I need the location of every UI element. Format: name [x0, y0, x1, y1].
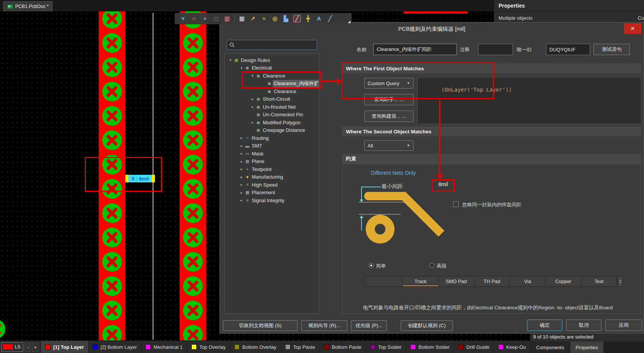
select-region-icon[interactable]: □ [212, 15, 220, 22]
tree-item-un-connected-pin[interactable]: ◉Un-Connected Pin [225, 111, 319, 119]
min-clearance-label: 最小间距 [382, 183, 403, 190]
ok-button[interactable]: 确定 [527, 320, 562, 331]
tree-expand-icon[interactable]: ▸ [250, 120, 255, 124]
toolbar-expand-indicator[interactable] [348, 21, 350, 23]
matrix-column-th-pad[interactable]: TH Pad [474, 277, 510, 286]
properties-panel-title: Properties [499, 3, 525, 9]
multi-route-icon[interactable]: ╋ [304, 15, 312, 22]
layer-set-selector[interactable]: LS [1, 342, 23, 352]
rule-search-input[interactable] [237, 42, 314, 48]
rule-wizard-button[interactable]: 规则向导 (R)... [301, 320, 347, 331]
place-track-icon[interactable]: ╱ [293, 15, 301, 22]
query-builder-button[interactable]: 查询构建器... ... [364, 111, 414, 122]
tree-item-smt[interactable]: ▸▬SMT [225, 142, 319, 150]
tree-expand-icon[interactable]: ▸ [239, 144, 244, 148]
tree-expand-icon[interactable]: ▸ [239, 183, 244, 187]
tree-collapse-icon[interactable]: ▾ [239, 66, 244, 70]
cancel-button[interactable]: 取消 [566, 320, 601, 331]
layer-set-label: LS [15, 344, 21, 350]
layer-tab-keep-ou[interactable]: Keep-Ou [494, 341, 530, 353]
pcb-pad-violation-marker [102, 228, 122, 247]
second-match-scope-dropdown[interactable]: All ▼ [364, 140, 414, 151]
divider [494, 11, 644, 12]
place-text-icon[interactable]: A [315, 15, 323, 22]
test-query-button[interactable]: 测试语句 [593, 44, 630, 55]
tree-item-high-speed[interactable]: ▸=High Speed [225, 181, 319, 189]
close-icon[interactable]: ✕ [624, 23, 641, 34]
tree-expand-icon[interactable]: ▸ [239, 152, 244, 155]
layer-tab-mechanical-1[interactable]: Mechanical 1 [141, 341, 187, 353]
tree-expand-icon[interactable]: ▸ [239, 160, 244, 163]
layer-tab-label: Top Solder [378, 344, 402, 350]
tree-item-plane[interactable]: ▸▦Plane [225, 158, 319, 166]
unique-id-input[interactable] [546, 44, 590, 55]
tree-item-testpoint[interactable]: ▸+Testpoint [225, 165, 319, 173]
tree-expand-icon[interactable]: ▸ [239, 167, 244, 171]
tree-item-short-circuit[interactable]: ▸◉Short-Circuit [225, 95, 319, 103]
layer-tab-drill-guide[interactable]: Drill Guide [454, 341, 494, 353]
create-default-rules-button[interactable]: 创建默认规则 (C) [401, 320, 453, 331]
tab-components[interactable]: Components [531, 342, 570, 353]
pcb-pad-violation-marker [0, 319, 5, 339]
tree-item-signal-integrity[interactable]: ▸≡Signal Integrity [225, 196, 319, 204]
tree-expand-icon[interactable]: ▸ [239, 136, 244, 140]
tune-length-icon[interactable]: ≈ [260, 15, 268, 22]
layer-scroll-right-icon[interactable]: ▸ [32, 342, 39, 352]
apply-button[interactable]: 应用 [605, 320, 642, 331]
matrix-scroll-spinner[interactable]: ▲▼ [617, 276, 623, 287]
layer-tab-2-bottom-layer[interactable]: [2] Bottom Layer [88, 341, 141, 353]
snap-crosshair-icon[interactable]: + [201, 15, 209, 22]
different-nets-link[interactable]: Different Nets Only [371, 170, 416, 176]
rule-comment-input[interactable] [478, 44, 513, 55]
mask-icon: ▭ [244, 151, 251, 156]
layer-scroll-left-icon[interactable]: ◂ [24, 342, 31, 352]
tree-item-routing[interactable]: ▸≈Routing [225, 134, 319, 142]
tree-item-manufacturing[interactable]: ▸▼Manufacturing [225, 173, 319, 181]
layer-tab-1-top-layer[interactable]: [1] Top Layer [41, 341, 88, 353]
matrix-column-track[interactable]: Track [403, 277, 439, 286]
tree-item-placement[interactable]: ▸▦Placement [225, 189, 319, 197]
layer-tab-top-paste[interactable]: Top Paste [281, 341, 319, 353]
place-polygon-icon[interactable]: ▙ [282, 15, 290, 22]
layer-tab-top-overlay[interactable]: Top Overlay [187, 341, 230, 353]
tab-properties[interactable]: Properties [570, 342, 603, 353]
tree-collapse-icon[interactable]: ▾ [228, 58, 233, 62]
tree-expand-icon[interactable]: ▸ [239, 198, 244, 202]
matrix-column-via[interactable]: Via [510, 277, 546, 286]
interactive-route-icon[interactable]: ↗ [249, 15, 257, 22]
matrix-column-text[interactable]: Text [581, 277, 617, 286]
tree-item-creepage-distance[interactable]: ◉Creepage Distance [225, 127, 319, 135]
tree-expand-icon[interactable]: ▸ [239, 175, 244, 179]
place-via-icon[interactable]: ◎ [271, 15, 279, 22]
pcb-pad-violation-marker [183, 203, 203, 223]
priorities-button[interactable]: 优先级 (P)... [351, 320, 387, 331]
filter-icon[interactable]: ▼ [179, 15, 187, 22]
matrix-column-smd-pad[interactable]: SMD Pad [439, 277, 474, 286]
tree-item-mask[interactable]: ▸▭Mask [225, 150, 319, 158]
tree-expand-icon[interactable]: ▸ [250, 97, 255, 101]
advanced-mode-radio[interactable] [429, 263, 434, 268]
layer-tab-top-solder[interactable]: Top Solder [366, 341, 406, 353]
ignore-same-footprint-checkbox[interactable] [453, 201, 459, 207]
tree-expand-icon[interactable]: ▸ [239, 191, 244, 195]
magnet-icon[interactable]: ∩ [190, 15, 198, 22]
tree-item-design-rules[interactable]: ▾▣Design Rules [225, 56, 319, 64]
layer-tab-bottom-paste[interactable]: Bottom Paste [319, 341, 366, 353]
matrix-column-copper[interactable]: Copper [546, 277, 581, 286]
board-insight-icon[interactable]: ▥ [223, 15, 231, 22]
place-component-icon[interactable]: ▦ [238, 15, 246, 22]
place-line-icon[interactable]: ╱ [326, 15, 334, 22]
layer-tab-bottom-solder[interactable]: Bottom Solder [406, 341, 454, 353]
tree-item-modified-polygon[interactable]: ▸◉Modified Polygon [225, 119, 319, 127]
switch-document-view-button[interactable]: 切换到文档视图 (S) [223, 320, 298, 331]
rule-search-box[interactable] [227, 40, 317, 50]
rule-name-input[interactable] [373, 44, 457, 55]
layer-tab-bottom-overlay[interactable]: Bottom Overlay [230, 341, 281, 353]
tree-item-clearance[interactable]: ◉Clearance [225, 87, 319, 95]
tree-item-un-routed-net[interactable]: ▸◉Un-Routed Net [225, 103, 319, 111]
tree-expand-icon[interactable]: ▸ [250, 105, 255, 109]
simple-mode-radio[interactable] [369, 263, 374, 268]
layer-tab-label: Bottom Overlay [242, 344, 276, 350]
document-tab[interactable]: PCB1.PcbDoc * [3, 1, 53, 11]
tree-item-electrical[interactable]: ▾◉Electrical [225, 64, 319, 72]
